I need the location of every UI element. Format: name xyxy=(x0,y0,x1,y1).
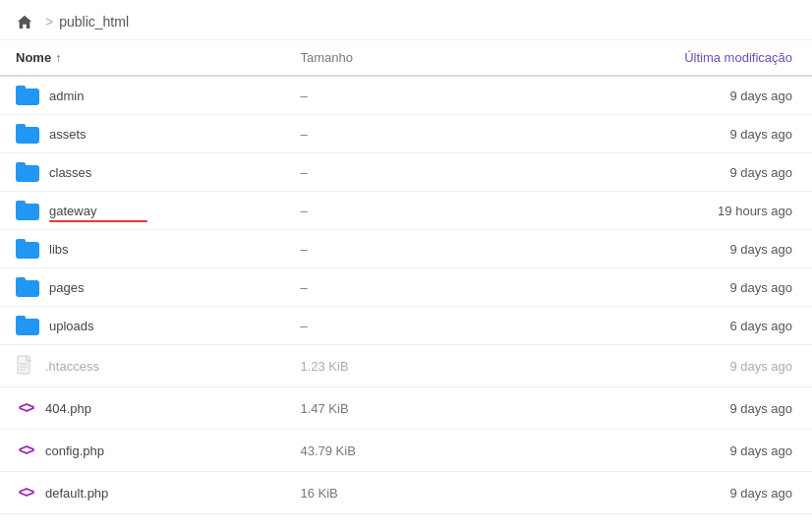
file-size-cell: 43.79 KiB xyxy=(284,430,483,472)
file-size-cell: 16 KiB xyxy=(284,472,483,514)
file-size-cell: – xyxy=(284,230,483,268)
sort-arrow-icon[interactable]: ↑ xyxy=(55,51,61,65)
file-name[interactable]: .htaccess xyxy=(45,359,99,374)
file-size-cell: – xyxy=(284,307,483,345)
table-header-row: Nome ↑ Tamanho Última modificação xyxy=(0,40,812,76)
file-name-cell: pages xyxy=(0,268,284,307)
file-modified-cell: 9 days ago xyxy=(484,230,812,268)
folder-icon xyxy=(16,239,39,259)
php-file-icon: <> xyxy=(16,481,35,504)
table-row[interactable]: gateway–19 hours ago xyxy=(0,192,812,230)
table-row[interactable]: <>config.php43.79 KiB9 days ago xyxy=(0,430,812,472)
folder-icon xyxy=(16,277,39,297)
folder-icon xyxy=(16,86,39,105)
file-name[interactable]: uploads xyxy=(49,319,94,333)
file-size-cell: – xyxy=(284,153,483,192)
col-header-size[interactable]: Tamanho xyxy=(284,40,483,76)
file-name-cell: uploads xyxy=(0,307,284,345)
folder-icon xyxy=(16,201,39,220)
file-name[interactable]: assets xyxy=(49,127,87,142)
file-name[interactable]: gateway xyxy=(49,204,96,218)
table-row[interactable]: admin–9 days ago xyxy=(0,76,812,115)
file-name-cell: admin xyxy=(0,76,284,115)
table-row[interactable]: .htaccess1.23 KiB9 days ago xyxy=(0,345,812,387)
folder-icon xyxy=(16,124,39,144)
file-name[interactable]: config.php xyxy=(45,443,104,458)
file-name-cell: assets xyxy=(0,115,284,153)
file-modified-cell: 6 days ago xyxy=(484,307,812,345)
file-name-cell: <>config.php xyxy=(0,430,284,472)
file-modified-cell: 9 days ago xyxy=(484,345,812,387)
file-modified-cell: 9 days ago xyxy=(484,268,812,307)
file-name[interactable]: classes xyxy=(49,165,91,180)
file-name[interactable]: libs xyxy=(49,242,69,257)
file-modified-cell: 9 days ago xyxy=(484,472,812,514)
annotation-underline xyxy=(49,220,147,222)
file-name-cell: gateway xyxy=(0,192,284,230)
table-row[interactable]: classes–9 days ago xyxy=(0,153,812,192)
col-header-name[interactable]: Nome ↑ xyxy=(0,40,284,76)
file-name[interactable]: default.php xyxy=(45,486,108,501)
home-icon[interactable] xyxy=(16,14,33,30)
file-size-cell: 1.23 KiB xyxy=(284,345,483,387)
file-name-cell: <>default.php xyxy=(0,472,284,514)
file-modified-cell: 9 days ago xyxy=(484,153,812,192)
file-size-cell: – xyxy=(284,115,483,153)
file-modified-cell: 9 days ago xyxy=(484,76,812,115)
file-table: Nome ↑ Tamanho Última modificação admin–… xyxy=(0,40,812,514)
file-name-cell: .htaccess xyxy=(0,345,284,387)
col-header-modified[interactable]: Última modificação xyxy=(484,40,812,76)
php-file-icon: <> xyxy=(16,439,35,462)
file-name-cell: <>404.php xyxy=(0,387,284,430)
file-modified-cell: 9 days ago xyxy=(484,387,812,430)
table-row[interactable]: pages–9 days ago xyxy=(0,268,812,307)
file-name-cell: libs xyxy=(0,230,284,268)
file-name[interactable]: pages xyxy=(49,280,84,295)
table-row[interactable]: assets–9 days ago xyxy=(0,115,812,153)
file-modified-cell: 19 hours ago xyxy=(484,192,812,230)
folder-icon xyxy=(16,316,39,335)
table-row[interactable]: <>404.php1.47 KiB9 days ago xyxy=(0,387,812,430)
table-row[interactable]: <>default.php16 KiB9 days ago xyxy=(0,472,812,514)
file-modified-cell: 9 days ago xyxy=(484,115,812,153)
file-size-cell: 1.47 KiB xyxy=(284,387,483,430)
file-name[interactable]: 404.php xyxy=(45,401,91,416)
table-row[interactable]: uploads–6 days ago xyxy=(0,307,812,345)
breadcrumb-separator: > xyxy=(45,14,53,30)
folder-icon xyxy=(16,162,39,182)
breadcrumb-current[interactable]: public_html xyxy=(59,14,129,30)
table-row[interactable]: libs–9 days ago xyxy=(0,230,812,268)
htaccess-file-icon xyxy=(16,354,35,378)
file-size-cell: – xyxy=(284,76,483,115)
svg-rect-0 xyxy=(18,356,29,374)
file-name[interactable]: admin xyxy=(49,88,84,103)
file-name-cell: classes xyxy=(0,153,284,192)
php-file-icon: <> xyxy=(16,396,35,420)
breadcrumb: > public_html xyxy=(0,0,812,40)
file-size-cell: – xyxy=(284,268,483,307)
file-modified-cell: 9 days ago xyxy=(484,430,812,472)
file-size-cell: – xyxy=(284,192,483,230)
